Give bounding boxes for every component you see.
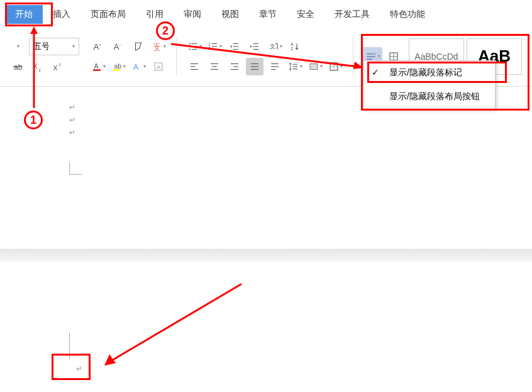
- phonetic-icon[interactable]: wen文▾: [150, 38, 167, 55]
- copy-dropdown-icon[interactable]: ▾: [9, 38, 26, 55]
- svg-rect-13: [93, 69, 101, 70]
- align-justify-icon[interactable]: [246, 58, 263, 75]
- svg-text:A: A: [133, 62, 138, 71]
- svg-line-72: [109, 284, 241, 362]
- dropdown-item-label: 显示/隐藏段落标记: [389, 67, 462, 77]
- annotation-arrow-3: [101, 281, 245, 369]
- svg-text:3: 3: [208, 47, 210, 51]
- decrease-font-icon[interactable]: A−: [109, 38, 127, 55]
- menu-chapter[interactable]: 章节: [249, 5, 287, 24]
- svg-text:X: X: [53, 64, 58, 72]
- svg-rect-58: [310, 63, 318, 69]
- menu-view[interactable]: 视图: [211, 5, 249, 24]
- increase-font-icon[interactable]: A+: [89, 38, 107, 55]
- svg-text:A: A: [114, 41, 119, 51]
- menu-review[interactable]: 审阅: [174, 5, 211, 24]
- align-center-icon[interactable]: [206, 58, 223, 75]
- bottom-paragraph-area: ↵: [60, 358, 99, 379]
- bullet-list-icon[interactable]: ▾: [186, 38, 203, 55]
- border-icon[interactable]: ▾: [326, 58, 344, 75]
- align-right-icon[interactable]: [226, 58, 243, 75]
- text-direction-icon[interactable]: 文▾: [266, 38, 284, 55]
- svg-text:A: A: [94, 41, 99, 51]
- decrease-indent-icon[interactable]: [226, 38, 243, 55]
- menu-dev-tools[interactable]: 开发工具: [324, 5, 380, 24]
- svg-text:A: A: [291, 41, 294, 46]
- align-left-icon[interactable]: [186, 58, 203, 75]
- page-break: [0, 249, 532, 261]
- svg-text:−: −: [119, 42, 122, 46]
- subscript-icon[interactable]: X2: [29, 58, 47, 75]
- check-icon: ✓: [372, 67, 379, 77]
- menu-page-layout[interactable]: 页面布局: [80, 5, 136, 24]
- superscript-icon[interactable]: X2: [49, 58, 67, 75]
- font-size-value: 五号: [33, 41, 50, 52]
- svg-text:Z: Z: [291, 46, 293, 51]
- svg-text:ab: ab: [114, 62, 121, 70]
- show-hide-paragraph-marks[interactable]: ✓ 显示/隐藏段落标记: [364, 61, 495, 85]
- svg-text:2: 2: [59, 62, 62, 66]
- svg-text:2: 2: [39, 68, 42, 72]
- svg-rect-15: [113, 69, 121, 70]
- strikethrough-icon[interactable]: ab: [9, 58, 26, 75]
- svg-point-21: [189, 45, 190, 46]
- numbered-list-icon[interactable]: 123▾: [206, 38, 223, 55]
- menu-special[interactable]: 特色功能: [380, 5, 435, 24]
- menu-security[interactable]: 安全: [287, 5, 324, 24]
- paragraph-mark: ↵: [69, 128, 532, 137]
- paragraph-marks-dropdown: ✓ 显示/隐藏段落标记 显示/隐藏段落布局按钮: [363, 60, 496, 109]
- svg-text:A: A: [94, 62, 98, 70]
- increase-indent-icon[interactable]: [246, 38, 263, 55]
- page-corner-icon: [69, 333, 79, 359]
- highlight-icon[interactable]: ab▾: [109, 58, 127, 75]
- sort-icon[interactable]: AZ: [286, 38, 304, 55]
- paragraph-mark: ↵: [69, 116, 532, 124]
- svg-marker-73: [104, 354, 116, 366]
- svg-text:文: 文: [153, 44, 160, 52]
- menu-bar: 开始 插入 页面布局 引用 审阅 视图 章节 安全 开发工具 特色功能: [0, 0, 532, 29]
- text-effect-icon[interactable]: A▾: [130, 58, 147, 75]
- svg-text:文: 文: [270, 43, 275, 50]
- svg-point-23: [189, 48, 190, 50]
- page-corner-icon: [69, 162, 82, 175]
- menu-insert[interactable]: 插入: [43, 5, 80, 24]
- font-color-icon[interactable]: A▾: [89, 58, 107, 75]
- svg-text:X: X: [33, 62, 38, 70]
- paragraph-mark: ↵: [76, 364, 82, 373]
- font-size-select[interactable]: 五号 ▾: [29, 38, 79, 55]
- menu-reference[interactable]: 引用: [136, 5, 174, 24]
- svg-text:+: +: [99, 42, 102, 46]
- line-spacing-icon[interactable]: ▾: [286, 58, 304, 75]
- shading-icon[interactable]: ▾: [306, 58, 324, 75]
- svg-text:A: A: [157, 63, 160, 70]
- align-distribute-icon[interactable]: [266, 58, 284, 75]
- svg-point-19: [189, 43, 190, 44]
- menu-start[interactable]: 开始: [5, 5, 43, 24]
- clear-format-icon[interactable]: [130, 38, 147, 55]
- show-hide-paragraph-layout[interactable]: 显示/隐藏段落布局按钮: [364, 85, 495, 109]
- char-border-icon[interactable]: A: [150, 58, 167, 75]
- dropdown-item-label: 显示/隐藏段落布局按钮: [389, 91, 480, 101]
